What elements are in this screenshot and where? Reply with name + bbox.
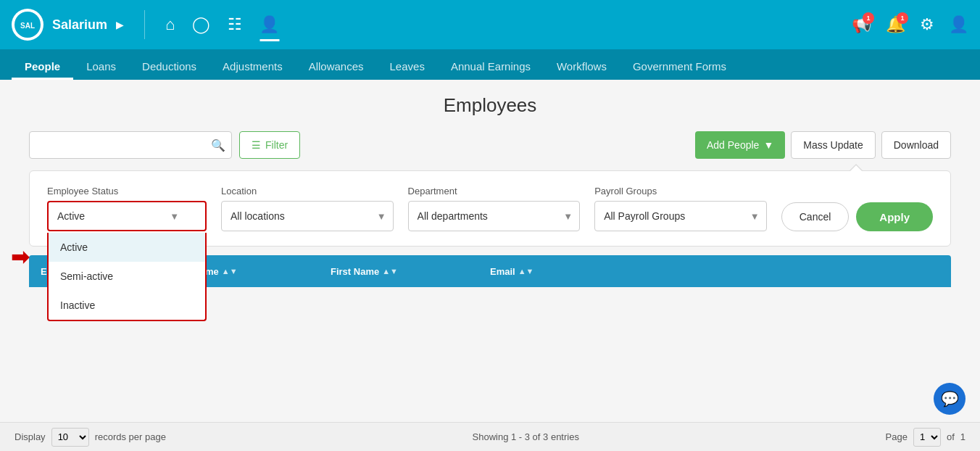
mass-update-button[interactable]: Mass Update bbox=[791, 131, 875, 159]
download-button[interactable]: Download bbox=[881, 131, 951, 159]
page-title: Employees bbox=[29, 94, 951, 117]
brand-area: SAL Salarium ▶ ⌂ ◯ ☷ 👤 bbox=[12, 9, 279, 41]
add-people-button[interactable]: Add People ▼ bbox=[695, 131, 785, 159]
sort-first-name-icon: ▲▼ bbox=[382, 267, 398, 276]
bottom-right: Page 1 of 1 bbox=[886, 428, 966, 447]
top-nav-icons: ⌂ ◯ ☷ 👤 bbox=[165, 15, 279, 34]
payroll-groups-label: Payroll Groups bbox=[594, 186, 767, 196]
nav-item-deductions[interactable]: Deductions bbox=[129, 60, 209, 80]
search-toolbar: 🔍 ☰ Filter Add People ▼ Mass Update Down… bbox=[29, 131, 951, 159]
bell-btn[interactable]: 🔔 1 bbox=[886, 15, 905, 34]
right-actions: Add People ▼ Mass Update Download bbox=[695, 131, 951, 159]
chat-bubble[interactable]: 💬 bbox=[934, 383, 966, 415]
bottom-bar: Display 10 25 50 records per page Showin… bbox=[0, 422, 980, 451]
page-select[interactable]: 1 bbox=[913, 428, 941, 447]
bell-badge: 1 bbox=[897, 12, 908, 24]
page-label: Page bbox=[886, 431, 908, 442]
logo[interactable]: SAL bbox=[12, 9, 43, 41]
employee-status-label: Employee Status bbox=[47, 186, 207, 196]
total-pages: 1 bbox=[960, 431, 966, 442]
employee-status-value: Active bbox=[57, 210, 85, 222]
payroll-groups-select-wrap: All Payroll Groups ▼ bbox=[594, 201, 767, 231]
nav-item-leaves[interactable]: Leaves bbox=[377, 60, 438, 80]
status-option-semi-active[interactable]: Semi-active bbox=[49, 262, 205, 291]
chat-icon: 💬 bbox=[941, 390, 959, 407]
filter-actions: Cancel Apply bbox=[781, 202, 933, 231]
location-select-wrap: All locations ▼ bbox=[221, 201, 394, 231]
location-label: Location bbox=[221, 186, 394, 196]
search-icon: 🔍 bbox=[211, 138, 225, 152]
second-nav: People Loans Deductions Adjustments Allo… bbox=[0, 49, 980, 80]
department-select-wrap: All departments ▼ bbox=[408, 201, 581, 231]
records-per-page-label: records per page bbox=[95, 431, 166, 442]
nav-item-annual-earnings[interactable]: Annual Earnings bbox=[438, 60, 544, 80]
showing-entries: Showing 1 - 3 of 3 entries bbox=[473, 431, 579, 442]
nav-item-people[interactable]: People bbox=[12, 60, 73, 80]
filter-icon: ☰ bbox=[252, 139, 261, 151]
search-input-wrap: 🔍 bbox=[29, 131, 232, 159]
search-button[interactable]: 🔍 bbox=[204, 131, 232, 159]
employee-status-group: Employee Status ➡ Active ▼ Active bbox=[47, 186, 207, 231]
department-select[interactable]: All departments bbox=[408, 201, 581, 231]
status-option-inactive[interactable]: Inactive bbox=[49, 291, 205, 320]
clock-icon[interactable]: ◯ bbox=[192, 15, 210, 34]
sort-last-name-icon: ▲▼ bbox=[222, 267, 238, 276]
nav-item-government-forms[interactable]: Government Forms bbox=[620, 60, 739, 80]
filter-label: Filter bbox=[265, 139, 288, 151]
location-group: Location All locations ▼ bbox=[221, 186, 394, 231]
table-col-first-name[interactable]: First Name ▲▼ bbox=[319, 266, 478, 277]
top-bar: SAL Salarium ▶ ⌂ ◯ ☷ 👤 📢 1 🔔 1 ⚙ 👤 bbox=[0, 0, 980, 49]
brand-dropdown-icon[interactable]: ▶ bbox=[116, 19, 124, 30]
filter-button[interactable]: ☰ Filter bbox=[239, 131, 300, 159]
nav-item-allowances[interactable]: Allowances bbox=[296, 60, 377, 80]
status-dropdown-wrap: ➡ Active ▼ Active Semi-active bbox=[47, 201, 207, 231]
gear-icon[interactable]: ⚙ bbox=[920, 15, 934, 34]
bottom-center: Showing 1 - 3 of 3 entries bbox=[166, 431, 886, 442]
nav-item-loans[interactable]: Loans bbox=[73, 60, 129, 80]
sort-email-icon: ▲▼ bbox=[518, 267, 534, 276]
department-label: Department bbox=[408, 186, 581, 196]
add-people-dropdown-icon: ▼ bbox=[763, 139, 773, 151]
filter-panel-arrow bbox=[849, 164, 863, 171]
brand-name: Salarium bbox=[52, 17, 107, 33]
of-label: of bbox=[947, 431, 955, 442]
location-select[interactable]: All locations bbox=[221, 201, 394, 231]
megaphone-btn[interactable]: 📢 1 bbox=[852, 15, 871, 34]
display-select[interactable]: 10 25 50 bbox=[51, 428, 89, 447]
status-arrow-icon: ▼ bbox=[170, 211, 179, 222]
employee-status-select[interactable]: Active ▼ bbox=[47, 201, 207, 231]
main-content: Employees 🔍 ☰ Filter Add People ▼ Mass U… bbox=[0, 80, 980, 302]
svg-text:SAL: SAL bbox=[20, 22, 35, 30]
display-label: Display bbox=[14, 431, 46, 442]
status-options-list: Active Semi-active Inactive bbox=[47, 233, 207, 321]
document-icon[interactable]: ☷ bbox=[228, 15, 242, 34]
people-icon[interactable]: 👤 bbox=[259, 15, 279, 34]
cancel-button[interactable]: Cancel bbox=[781, 202, 850, 231]
department-group: Department All departments ▼ bbox=[408, 186, 581, 231]
status-option-active[interactable]: Active bbox=[49, 233, 205, 262]
search-input[interactable] bbox=[29, 131, 232, 159]
top-bar-right: 📢 1 🔔 1 ⚙ 👤 bbox=[852, 15, 968, 34]
apply-button[interactable]: Apply bbox=[856, 202, 933, 231]
megaphone-badge: 1 bbox=[863, 12, 874, 24]
payroll-groups-select[interactable]: All Payroll Groups bbox=[594, 201, 767, 231]
filter-panel: Employee Status ➡ Active ▼ Active bbox=[29, 170, 951, 247]
nav-item-workflows[interactable]: Workflows bbox=[544, 60, 620, 80]
bottom-left: Display 10 25 50 records per page bbox=[14, 428, 166, 447]
filter-row: Employee Status ➡ Active ▼ Active bbox=[47, 186, 933, 231]
red-arrow-indicator: ➡ bbox=[11, 244, 29, 270]
table-col-email[interactable]: Email ▲▼ bbox=[478, 266, 951, 277]
nav-divider bbox=[144, 10, 145, 39]
user-icon[interactable]: 👤 bbox=[949, 15, 968, 34]
add-people-label: Add People bbox=[707, 139, 759, 151]
nav-item-adjustments[interactable]: Adjustments bbox=[209, 60, 296, 80]
payroll-groups-group: Payroll Groups All Payroll Groups ▼ bbox=[594, 186, 767, 231]
home-icon[interactable]: ⌂ bbox=[165, 15, 175, 34]
